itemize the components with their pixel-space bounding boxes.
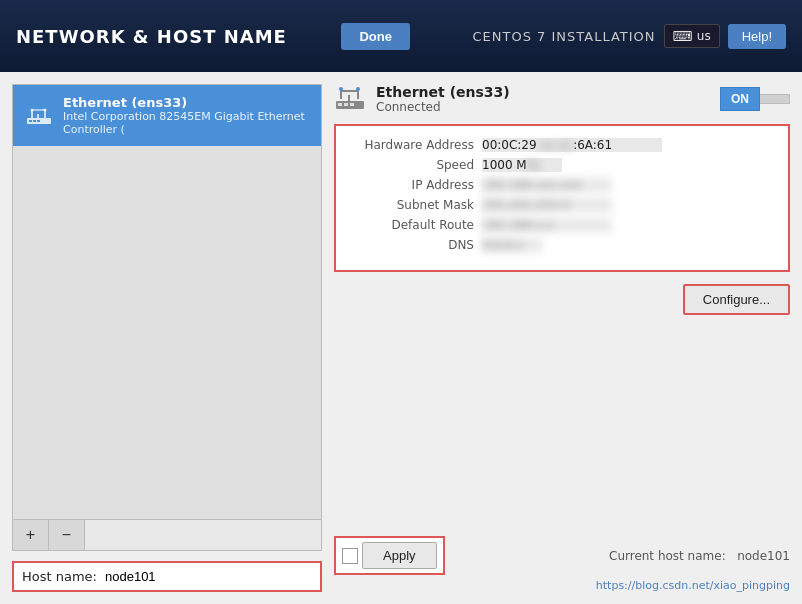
subnet-mask-label: Subnet Mask	[352, 198, 482, 212]
subnet-mask-row: Subnet Mask 255.255.255.0	[352, 198, 772, 212]
default-route-value: 192.168.x.x	[482, 218, 612, 232]
svg-point-9	[44, 108, 47, 111]
ip-address-value: 192.168.xxx.xxx	[482, 178, 612, 192]
toggle-off-button[interactable]	[760, 94, 790, 104]
interface-item-ens33[interactable]: Ethernet (ens33) Intel Corporation 82545…	[13, 85, 321, 146]
apply-row: Apply Current host name: node101	[334, 536, 790, 575]
svg-rect-3	[37, 120, 40, 122]
svg-rect-1	[29, 120, 32, 122]
keyboard-icon: ⌨	[673, 28, 693, 44]
configure-button[interactable]: Configure...	[683, 284, 790, 315]
apply-section: Apply	[334, 536, 445, 575]
add-interface-button[interactable]: +	[13, 520, 49, 550]
header: NETWORK & HOST NAME Done CENTOS 7 INSTAL…	[0, 0, 802, 72]
eth-network-icon	[334, 85, 366, 113]
eth-title-area: Ethernet (ens33) Connected	[334, 84, 510, 114]
main-content: Ethernet (ens33) Intel Corporation 82545…	[0, 72, 802, 604]
watermark-text: https://blog.csdn.net/xiao_pingping	[596, 579, 790, 592]
eth-name: Ethernet (ens33)	[376, 84, 510, 100]
hostname-input[interactable]	[105, 569, 312, 584]
content-area: Ethernet (ens33) Intel Corporation 82545…	[12, 84, 790, 592]
toggle-on-button[interactable]: ON	[720, 87, 760, 111]
done-button[interactable]: Done	[341, 23, 410, 50]
eth-name-status: Ethernet (ens33) Connected	[376, 84, 510, 114]
hostname-label: Host name:	[22, 569, 97, 584]
svg-point-18	[339, 87, 343, 91]
svg-point-19	[356, 87, 360, 91]
right-panel: Ethernet (ens33) Connected ON Hardware A…	[334, 84, 790, 592]
hardware-address-label: Hardware Address	[352, 138, 482, 152]
centos-label: CENTOS 7 INSTALLATION	[473, 29, 656, 44]
svg-rect-12	[344, 103, 348, 106]
svg-rect-14	[348, 95, 350, 101]
interface-desc: Intel Corporation 82545EM Gigabit Ethern…	[63, 110, 309, 136]
help-button[interactable]: Help!	[728, 24, 786, 49]
hardware-address-row: Hardware Address 00:0C:29:xx:xx:6A:61	[352, 138, 772, 152]
svg-rect-4	[37, 114, 39, 118]
toggle-area: ON	[720, 87, 790, 111]
hostname-row: Host name:	[12, 561, 322, 592]
ip-address-label: IP Address	[352, 178, 482, 192]
svg-rect-13	[350, 103, 354, 106]
speed-row: Speed 1000 Mbs	[352, 158, 772, 172]
dns-label: DNS	[352, 238, 482, 252]
configure-area: Configure...	[334, 284, 790, 315]
speed-label: Speed	[352, 158, 482, 172]
dns-row: DNS 8.8.8.x	[352, 238, 772, 252]
interface-list: Ethernet (ens33) Intel Corporation 82545…	[12, 84, 322, 520]
current-hostname-label: Current host name:	[609, 549, 726, 563]
apply-checkbox[interactable]	[342, 548, 358, 564]
details-box: Hardware Address 00:0C:29:xx:xx:6A:61 Sp…	[334, 124, 790, 272]
remove-interface-button[interactable]: −	[49, 520, 85, 550]
eth-header: Ethernet (ens33) Connected ON	[334, 84, 790, 114]
keyboard-indicator[interactable]: ⌨ us	[664, 24, 720, 48]
page-title: NETWORK & HOST NAME	[16, 26, 287, 47]
svg-point-8	[31, 108, 34, 111]
subnet-mask-value: 255.255.255.0	[482, 198, 612, 212]
header-right: CENTOS 7 INSTALLATION ⌨ us Help!	[473, 24, 786, 49]
speed-value: 1000 Mbs	[482, 158, 562, 172]
left-panel: Ethernet (ens33) Intel Corporation 82545…	[12, 84, 322, 592]
interface-info: Ethernet (ens33) Intel Corporation 82545…	[63, 95, 309, 136]
list-controls: + −	[12, 520, 322, 551]
apply-input-box: Apply	[334, 536, 445, 575]
apply-button[interactable]: Apply	[362, 542, 437, 569]
network-icon	[25, 104, 53, 128]
current-hostname: Current host name: node101	[609, 549, 790, 563]
eth-status: Connected	[376, 100, 510, 114]
current-hostname-value: node101	[737, 549, 790, 563]
svg-rect-11	[338, 103, 342, 106]
ip-address-row: IP Address 192.168.xxx.xxx	[352, 178, 772, 192]
default-route-row: Default Route 192.168.x.x	[352, 218, 772, 232]
keyboard-layout: us	[697, 29, 711, 43]
watermark: https://blog.csdn.net/xiao_pingping	[334, 579, 790, 592]
interface-name: Ethernet (ens33)	[63, 95, 309, 110]
dns-value: 8.8.8.x	[482, 238, 542, 252]
default-route-label: Default Route	[352, 218, 482, 232]
svg-rect-2	[33, 120, 36, 122]
hardware-address-value: 00:0C:29:xx:xx:6A:61	[482, 138, 662, 152]
header-left: NETWORK & HOST NAME	[16, 26, 287, 47]
